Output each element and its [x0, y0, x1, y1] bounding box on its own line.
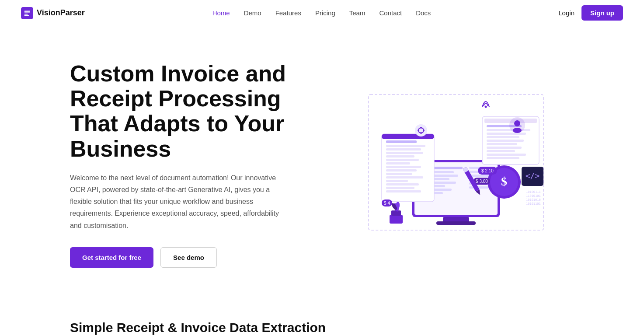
nav-link-features[interactable]: Features — [275, 9, 301, 17]
signup-button[interactable]: Sign up — [581, 5, 623, 21]
svg-rect-32 — [386, 169, 417, 172]
svg-rect-30 — [386, 162, 410, 164]
hero-illustration: $ $ 2.10 $ 3.00 $ 4 </> — [338, 90, 574, 239]
extract-section: Simple Receipt & Invoice Data Extraction… — [0, 294, 644, 336]
svg-rect-1 — [24, 12, 30, 13]
svg-rect-37 — [386, 187, 414, 189]
hero-svg: $ $ 2.10 $ 3.00 $ 4 </> — [355, 90, 557, 239]
nav-links: Home Demo Features Pricing Team Contact … — [212, 9, 431, 17]
svg-rect-51 — [487, 157, 519, 159]
hero-text-block: Custom Invoice and Receipt Processing Th… — [70, 61, 324, 268]
logo-icon — [21, 7, 33, 19]
svg-rect-36 — [386, 183, 419, 186]
svg-rect-8 — [436, 221, 476, 225]
svg-text:10100111: 10100111 — [526, 190, 541, 194]
svg-rect-0 — [24, 10, 30, 11]
svg-rect-31 — [386, 166, 421, 168]
svg-rect-19 — [469, 175, 491, 177]
svg-rect-44 — [487, 133, 526, 135]
svg-rect-2 — [24, 14, 28, 14]
svg-rect-28 — [386, 155, 414, 158]
svg-text:$: $ — [501, 175, 507, 188]
svg-text:$ 3.00: $ 3.00 — [476, 179, 488, 184]
svg-point-65 — [514, 120, 520, 126]
svg-point-84 — [423, 130, 425, 131]
svg-rect-47 — [487, 143, 517, 145]
svg-rect-50 — [487, 154, 526, 156]
svg-point-83 — [418, 130, 419, 131]
hero-buttons: Get started for free See demo — [70, 247, 324, 268]
svg-text:</>: </> — [526, 171, 540, 180]
logo-svg — [24, 10, 31, 17]
svg-rect-29 — [386, 159, 419, 161]
svg-text:11010101: 11010101 — [526, 194, 541, 198]
svg-rect-46 — [487, 140, 524, 142]
illustration-svg-wrap: $ $ 2.10 $ 3.00 $ 4 </> — [355, 90, 557, 239]
nav-link-contact[interactable]: Contact — [379, 9, 402, 17]
hero-section: Custom Invoice and Receipt Processing Th… — [0, 26, 644, 294]
svg-rect-48 — [487, 147, 522, 149]
svg-point-63 — [485, 105, 487, 108]
nav-actions: Login Sign up — [558, 5, 623, 21]
svg-point-82 — [420, 132, 422, 134]
svg-text:10101010: 10101010 — [526, 198, 541, 202]
hero-title: Custom Invoice and Receipt Processing Th… — [70, 61, 324, 161]
section-title: Simple Receipt & Invoice Data Extraction — [70, 320, 574, 335]
svg-rect-33 — [386, 173, 412, 175]
svg-rect-45 — [487, 136, 519, 138]
navbar: VisionParser Home Demo Features Pricing … — [0, 0, 644, 26]
svg-rect-24 — [386, 140, 417, 143]
svg-rect-38 — [386, 190, 421, 192]
svg-rect-26 — [386, 148, 421, 150]
see-demo-button[interactable]: See demo — [160, 247, 217, 268]
svg-rect-68 — [391, 210, 401, 216]
svg-rect-3 — [24, 15, 29, 16]
svg-point-81 — [420, 127, 422, 129]
login-button[interactable]: Login — [558, 9, 574, 17]
logo-text: VisionParser — [37, 8, 85, 18]
nav-link-home[interactable]: Home — [212, 9, 230, 17]
svg-rect-25 — [386, 145, 425, 147]
svg-rect-34 — [386, 176, 423, 178]
svg-rect-39 — [382, 134, 434, 139]
nav-link-team[interactable]: Team — [349, 9, 366, 17]
nav-link-docs[interactable]: Docs — [416, 9, 431, 17]
svg-text:10101101: 10101101 — [526, 202, 541, 206]
svg-text:$ 2.10: $ 2.10 — [481, 168, 494, 173]
svg-rect-22 — [469, 186, 489, 189]
svg-rect-49 — [487, 150, 515, 152]
svg-point-79 — [415, 124, 427, 136]
nav-link-pricing[interactable]: Pricing — [315, 9, 335, 17]
svg-point-66 — [513, 128, 522, 133]
nav-link-demo[interactable]: Demo — [244, 9, 261, 17]
hero-description: Welcome to the next level of document au… — [70, 172, 280, 231]
svg-text:$ 4: $ 4 — [384, 201, 390, 206]
svg-rect-27 — [386, 152, 423, 154]
get-started-button[interactable]: Get started for free — [70, 247, 153, 268]
svg-rect-35 — [386, 180, 408, 182]
logo-link[interactable]: VisionParser — [21, 7, 85, 19]
svg-rect-67 — [390, 215, 403, 224]
